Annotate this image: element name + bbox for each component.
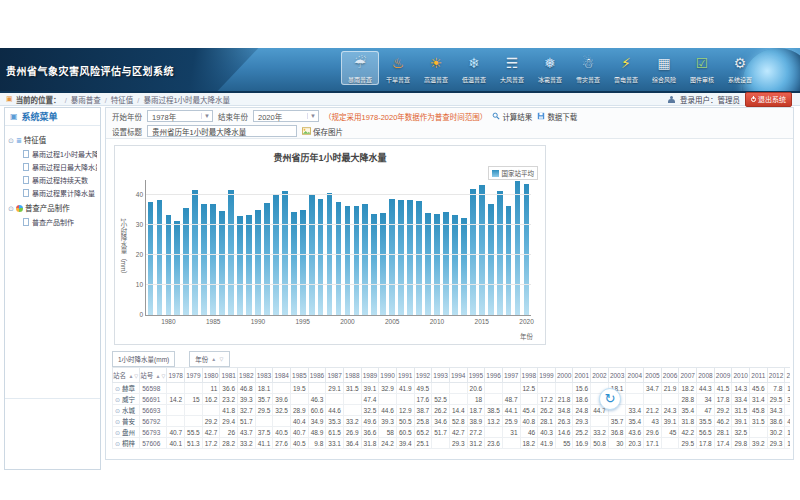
- col-year-1978[interactable]: 1978: [167, 368, 185, 383]
- row-expand-icon[interactable]: ⊙: [115, 386, 120, 392]
- sort-icons[interactable]: ▲▽: [153, 373, 166, 379]
- nav-item-wind[interactable]: ☴大风普查: [493, 51, 531, 85]
- row-expand-icon[interactable]: ⊙: [115, 419, 120, 425]
- refresh-button[interactable]: ↻: [599, 388, 621, 410]
- breadcrumb-item[interactable]: 暴雨过程1小时最大降水量: [143, 96, 230, 105]
- nav-item-risk-calculator[interactable]: ▦综合风险: [645, 51, 683, 85]
- nav-item-settings-wrench[interactable]: ⚙系统设置: [721, 51, 759, 85]
- expand-icon[interactable]: ⊙: [8, 137, 14, 144]
- col-station-name[interactable]: 站名 ▲▽: [113, 368, 140, 383]
- col-year-1986[interactable]: 1986: [308, 368, 326, 383]
- col-year-1996[interactable]: 1996: [485, 368, 503, 383]
- bar-1978: [148, 202, 154, 315]
- col-year-1987[interactable]: 1987: [326, 368, 344, 383]
- col-year-1995[interactable]: 1995: [467, 368, 485, 383]
- bar-2008: [416, 201, 422, 315]
- year-sort-chip[interactable]: 年份 ▲ ▽: [189, 351, 230, 367]
- col-year-1997[interactable]: 1997: [502, 368, 520, 383]
- col-year-2011[interactable]: 2011: [750, 368, 768, 383]
- col-year-1982[interactable]: 1982: [238, 368, 256, 383]
- expand-icon[interactable]: ⊙: [8, 205, 14, 212]
- col-year-1994[interactable]: 1994: [449, 368, 467, 383]
- value-cell: 29.3: [767, 438, 785, 449]
- col-year-1984[interactable]: 1984: [273, 368, 291, 383]
- sidebar-divider: [5, 398, 100, 399]
- col-year-2003[interactable]: 2003: [608, 368, 626, 383]
- row-expand-icon[interactable]: ⊙: [115, 397, 120, 403]
- value-cell: 41.1: [255, 438, 273, 449]
- col-year-1985[interactable]: 1985: [290, 368, 308, 383]
- col-year-2007[interactable]: 2007: [679, 368, 697, 383]
- col-year-1999[interactable]: 1999: [538, 368, 556, 383]
- col-year-1981[interactable]: 1981: [220, 368, 238, 383]
- sort-icons[interactable]: ▲ ▽: [211, 356, 224, 362]
- calc-result-button[interactable]: 计算结果: [492, 111, 532, 122]
- col-year-2008[interactable]: 2008: [697, 368, 715, 383]
- row-expand-icon[interactable]: ⊙: [115, 441, 120, 447]
- tree-item[interactable]: 暴雨过程1小时最大降水量: [8, 147, 97, 160]
- nav-item-high-temp[interactable]: ☀高温普查: [417, 51, 455, 85]
- tree-item[interactable]: 暴雨过程持续天数: [8, 173, 97, 186]
- sort-icons[interactable]: ▲▽: [126, 373, 139, 379]
- data-download-button[interactable]: 数据下载: [537, 111, 577, 122]
- logout-button[interactable]: 退出系统: [745, 92, 792, 107]
- col-year-2012[interactable]: 2012: [767, 368, 785, 383]
- col-year-1991[interactable]: 1991: [396, 368, 414, 383]
- col-year-1979[interactable]: 1979: [185, 368, 203, 383]
- value-cell: 26.2: [432, 405, 450, 416]
- bar-2018: [506, 206, 512, 315]
- col-year-2006[interactable]: 2006: [661, 368, 679, 383]
- col-year-1988[interactable]: 1988: [343, 368, 361, 383]
- col-year-1993[interactable]: 1993: [432, 368, 450, 383]
- value-cell: 18: [467, 394, 485, 405]
- col-year-1980[interactable]: 1980: [202, 368, 220, 383]
- tree-item[interactable]: 普查产品制作: [8, 215, 97, 228]
- station-table-wrap[interactable]: 站名 ▲▽站号 ▲▽197819791980198119821983198419…: [112, 367, 790, 457]
- table-row: ⊙威宁5669114.21516.223.239.335.739.646.347…: [113, 394, 791, 405]
- col-year-2010[interactable]: 2010: [732, 368, 750, 383]
- col-year-1989[interactable]: 1989: [361, 368, 379, 383]
- nav-item-snow[interactable]: ☃雪灾普查: [569, 51, 607, 85]
- value-cell: [202, 405, 220, 416]
- value-cell: 11: [202, 383, 220, 394]
- col-year-2009[interactable]: 2009: [714, 368, 732, 383]
- col-year-2002[interactable]: 2002: [591, 368, 609, 383]
- nav-item-map-audit[interactable]: ☑图件审核: [683, 51, 721, 85]
- col-year-1998[interactable]: 1998: [520, 368, 538, 383]
- col-station-id[interactable]: 站号 ▲▽: [140, 368, 167, 383]
- col-year-1983[interactable]: 1983: [255, 368, 273, 383]
- col-year-1992[interactable]: 1992: [414, 368, 432, 383]
- end-year-select[interactable]: 2020年▼: [253, 110, 319, 122]
- value-cell: [343, 405, 361, 416]
- breadcrumb-item[interactable]: 特征值: [111, 96, 134, 105]
- col-year-2004[interactable]: 2004: [626, 368, 644, 383]
- value-cell: 33.4: [626, 405, 644, 416]
- value-cell: 26.9: [343, 427, 361, 438]
- tree-group-pie[interactable]: ⊙普查产品制作: [8, 202, 97, 213]
- nav-item-low-temp[interactable]: ❄低温普查: [455, 51, 493, 85]
- row-expand-icon[interactable]: ⊙: [115, 408, 120, 414]
- table-row: ⊙普安5679229.229.451.740.434.935.333.249.6…: [113, 416, 791, 427]
- nav-item-drought[interactable]: ♨干旱普查: [379, 51, 417, 85]
- row-expand-icon[interactable]: ⊙: [115, 430, 120, 436]
- col-year-2005[interactable]: 2005: [644, 368, 662, 383]
- tree-item[interactable]: 暴雨过程累计降水量: [8, 186, 97, 199]
- tree-group-list[interactable]: ⊙≣特征值: [8, 134, 97, 145]
- tree-item[interactable]: 暴雨过程日最大降水量: [8, 160, 97, 173]
- nav-item-lightning[interactable]: ⚡雷电普查: [607, 51, 645, 85]
- header-banner: 贵州省气象灾害风险评估与区划系统 ☔暴雨普查♨干旱普查☀高温普查❄低温普查☴大风…: [0, 48, 800, 93]
- breadcrumb-item[interactable]: 暴雨普查: [71, 96, 101, 105]
- col-year-2001[interactable]: 2001: [573, 368, 591, 383]
- nav-item-rainstorm[interactable]: ☔暴雨普查: [341, 51, 379, 85]
- start-year-select[interactable]: 1978年▼: [147, 110, 213, 122]
- col-year-2013[interactable]: 2013: [785, 368, 790, 383]
- nav-item-hail[interactable]: ❅冰雹普查: [531, 51, 569, 85]
- value-cell: [167, 416, 185, 427]
- value-cell: 17.8: [697, 438, 715, 449]
- col-year-1990[interactable]: 1990: [379, 368, 397, 383]
- value-cell: 55.5: [185, 427, 203, 438]
- value-cell: 20.3: [626, 438, 644, 449]
- save-image-button[interactable]: 保存图片: [302, 126, 343, 137]
- chart-title-input[interactable]: [147, 125, 297, 137]
- col-year-2000[interactable]: 2000: [555, 368, 573, 383]
